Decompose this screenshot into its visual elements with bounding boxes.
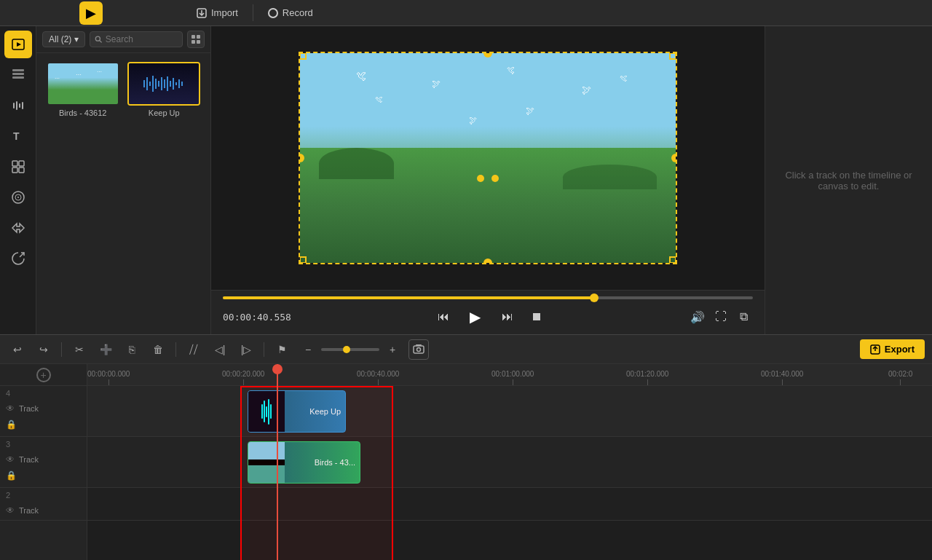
- track-visibility-2[interactable]: 👁: [6, 505, 15, 516]
- video-canvas[interactable]: 🕊 🕊 🕊 🕊 🕊 🕊 🕊 🕊: [299, 52, 677, 264]
- timeline-content: + 4 👁 Track 🔒 3: [0, 364, 932, 560]
- search-input[interactable]: [106, 34, 178, 44]
- resize-handle-tr[interactable]: [669, 52, 676, 60]
- resize-handle-right[interactable]: [671, 154, 677, 162]
- resize-handle-bl[interactable]: [299, 256, 307, 264]
- trim-right-button[interactable]: |▷: [236, 339, 256, 360]
- right-controls: 🔊 ⛶ ⧉: [689, 308, 753, 326]
- snapshot-icon: [413, 344, 424, 355]
- svg-point-42: [417, 347, 421, 351]
- zoom-slider[interactable]: [321, 348, 379, 351]
- main-area: T All (2) ▾: [0, 26, 932, 334]
- center-handle-2[interactable]: [491, 175, 499, 182]
- media-item-keepup[interactable]: Keep Up: [127, 62, 202, 117]
- track-visibility-3[interactable]: 👁: [6, 454, 15, 465]
- birds-clip-thumb: [248, 442, 285, 483]
- controls-row: 00:00:40.558 ⏮ ▶ ⏭ ⏹ 🔊 ⛶ ⧉: [223, 305, 753, 328]
- ruler-mark-120: 00:02:0: [888, 370, 912, 385]
- svg-rect-26: [143, 80, 145, 87]
- pip-button[interactable]: ⧉: [735, 308, 753, 326]
- stop-button[interactable]: ⏹: [528, 308, 545, 326]
- delete-button[interactable]: 🗑: [148, 339, 168, 360]
- sidebar-item-stickers[interactable]: [4, 245, 32, 272]
- cut-button[interactable]: ✂: [69, 339, 90, 360]
- skip-forward-button[interactable]: ⏭: [499, 308, 516, 326]
- svg-rect-8: [16, 101, 17, 110]
- sidebar-item-audio[interactable]: [4, 92, 32, 119]
- track-lock-3[interactable]: 🔒: [6, 470, 17, 481]
- copy-button[interactable]: ⎘: [122, 339, 142, 360]
- sidebar-item-transitions[interactable]: [4, 214, 32, 242]
- playhead-handle[interactable]: [272, 364, 283, 374]
- track-name-4: Track: [19, 404, 39, 413]
- skip-back-button[interactable]: ⏮: [435, 308, 452, 326]
- svg-rect-14: [12, 167, 17, 173]
- clip-keepup[interactable]: Keep Up: [248, 390, 346, 433]
- import-button[interactable]: Import: [182, 0, 253, 25]
- sidebar-item-text[interactable]: T: [4, 122, 32, 150]
- record-button[interactable]: Record: [253, 0, 328, 25]
- ruler-mark-100: 00:01:40.000: [761, 370, 803, 385]
- sidebar-item-templates[interactable]: [4, 153, 32, 181]
- sidebar-item-effects[interactable]: [4, 184, 32, 211]
- zoom-thumb[interactable]: [343, 346, 350, 353]
- volume-button[interactable]: 🔊: [689, 308, 706, 326]
- redo-button[interactable]: ↪: [33, 339, 54, 360]
- progress-track[interactable]: [223, 296, 753, 299]
- resize-handle-bottom[interactable]: [483, 259, 492, 264]
- svg-rect-13: [19, 161, 24, 166]
- progress-thumb[interactable]: [590, 293, 599, 302]
- stickers-icon: [11, 251, 25, 266]
- playhead[interactable]: [277, 364, 278, 560]
- search-box[interactable]: [90, 31, 183, 47]
- trim-left-button[interactable]: ◁|: [210, 339, 230, 360]
- split-button[interactable]: ⧸⧸: [183, 339, 204, 360]
- add-media-button[interactable]: ➕: [95, 339, 116, 360]
- resize-handle-tl[interactable]: [299, 52, 307, 60]
- svg-rect-10: [22, 102, 23, 109]
- svg-rect-36: [173, 78, 174, 90]
- track-lock-4[interactable]: 🔒: [6, 419, 17, 430]
- search-icon: [95, 35, 102, 44]
- grid-view-button[interactable]: [187, 31, 205, 48]
- resize-handle-br[interactable]: [669, 256, 676, 264]
- properties-hint: Click a track on the timeline or canvas …: [780, 170, 917, 192]
- timeline-area: ↩ ↪ ✂ ➕ ⎘ 🗑 ⧸⧸ ◁| |▷ ⚑ − + Export: [0, 334, 932, 560]
- svg-rect-41: [416, 344, 422, 346]
- clips-area: Keep Up Birds - 43...: [87, 386, 932, 560]
- sidebar-item-media[interactable]: [4, 31, 32, 58]
- zoom-in-button[interactable]: +: [382, 339, 403, 360]
- track-4-bg: [87, 386, 932, 437]
- svg-rect-29: [152, 76, 154, 92]
- track-label-row-4: 4: [0, 386, 87, 401]
- snapshot-button[interactable]: [408, 339, 429, 360]
- add-track-button[interactable]: +: [36, 368, 51, 382]
- track-num-3: 3: [6, 440, 10, 449]
- ruler-mark-80: 00:01:20.000: [626, 370, 668, 385]
- import-icon: [197, 8, 207, 18]
- undo-button[interactable]: ↩: [7, 339, 28, 360]
- center-handle-1[interactable]: [477, 175, 484, 182]
- track-name-3: Track: [19, 455, 39, 464]
- marker-button[interactable]: ⚑: [272, 339, 292, 360]
- export-button[interactable]: Export: [860, 339, 925, 359]
- fullscreen-button[interactable]: ⛶: [712, 308, 730, 326]
- birds-clip-label: Birds - 43...: [315, 458, 355, 467]
- track-visibility-4[interactable]: 👁: [6, 403, 15, 414]
- play-button[interactable]: ▶: [464, 305, 487, 328]
- center-area: 🕊 🕊 🕊 🕊 🕊 🕊 🕊 🕊: [211, 26, 765, 334]
- all-media-dropdown[interactable]: All (2) ▾: [42, 31, 85, 47]
- svg-rect-40: [414, 346, 424, 353]
- audio-icon: [11, 98, 25, 113]
- media-item-birds[interactable]: ⋯ ⋯ ⋯ Birds - 43612: [45, 62, 121, 117]
- svg-rect-31: [158, 81, 159, 87]
- clip-birds[interactable]: Birds - 43...: [248, 441, 360, 484]
- svg-rect-9: [19, 103, 20, 108]
- track-controls-3: 👁 Track: [0, 451, 87, 468]
- sidebar-item-layers[interactable]: [4, 61, 32, 89]
- svg-marker-3: [17, 42, 21, 47]
- svg-rect-24: [191, 40, 195, 44]
- effects-icon: [11, 190, 25, 205]
- zoom-out-button[interactable]: −: [298, 339, 318, 360]
- track-label-row-2: 2: [0, 488, 87, 502]
